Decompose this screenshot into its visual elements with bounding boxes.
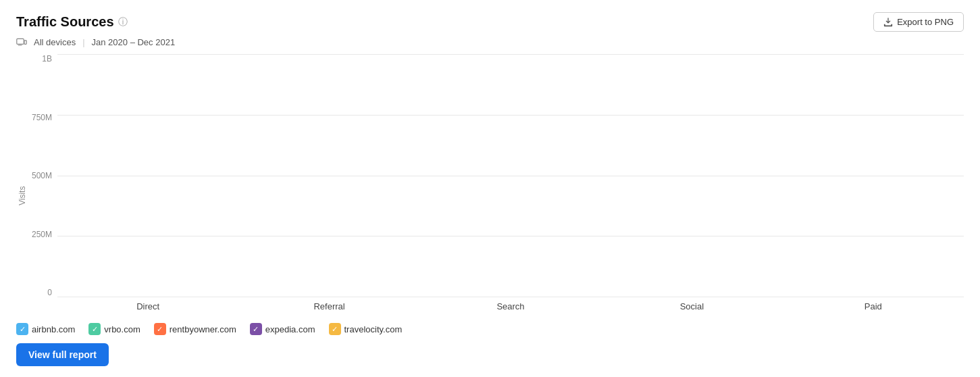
device-label: All devices [34, 37, 76, 47]
subtitle-row: All devices | Jan 2020 – Dec 2021 [16, 37, 964, 47]
x-axis-label: Direct [57, 299, 238, 318]
main-container: Traffic Sources ⓘ Export to PNG All devi… [0, 0, 980, 377]
device-icon [16, 38, 27, 47]
info-icon[interactable]: ⓘ [118, 16, 128, 28]
x-axis-label: Referral [238, 299, 419, 318]
svg-rect-0 [17, 39, 24, 44]
x-labels: DirectReferralSearchSocialPaid [57, 299, 964, 318]
legend-color-check: ✓ [16, 323, 28, 335]
legend-label: travelocity.com [344, 324, 403, 334]
y-axis-label: 1B [42, 54, 52, 64]
legend-item: ✓expedia.com [250, 323, 315, 335]
chart-body: DirectReferralSearchSocialPaid [57, 54, 964, 318]
y-axis-label: 750M [32, 113, 52, 122]
header-row: Traffic Sources ⓘ Export to PNG [16, 12, 964, 32]
export-icon [883, 18, 893, 27]
chart-title: Traffic Sources [16, 14, 114, 30]
view-full-report-button[interactable]: View full report [16, 343, 109, 366]
x-axis-label: Search [420, 299, 601, 318]
export-button[interactable]: Export to PNG [873, 12, 964, 32]
divider: | [82, 37, 84, 47]
y-axis-label: 500M [32, 171, 52, 180]
y-axis-title: Visits [16, 54, 27, 318]
legend-color-check: ✓ [154, 323, 166, 335]
export-label: Export to PNG [897, 17, 954, 27]
y-axis-label: 0 [47, 288, 52, 297]
legend-color-check: ✓ [250, 323, 262, 335]
legend-item: ✓travelocity.com [329, 323, 403, 335]
x-axis-label: Social [601, 299, 782, 318]
legend-item: ✓rentbyowner.com [154, 323, 236, 335]
legend-item: ✓vrbo.com [88, 323, 140, 335]
legend: ✓airbnb.com✓vrbo.com✓rentbyowner.com✓exp… [16, 323, 964, 335]
bars-container: DirectReferralSearchSocialPaid [57, 54, 964, 318]
title-group: Traffic Sources ⓘ [16, 14, 128, 30]
legend-color-check: ✓ [88, 323, 101, 335]
legend-label: airbnb.com [32, 324, 75, 334]
y-axis: 1B750M500M250M0 [27, 54, 57, 318]
svg-rect-1 [24, 40, 26, 44]
legend-label: rentbyowner.com [170, 324, 236, 334]
legend-label: expedia.com [265, 324, 315, 334]
date-range: Jan 2020 – Dec 2021 [92, 37, 176, 47]
y-axis-label: 250M [32, 230, 52, 239]
x-axis-label: Paid [783, 299, 964, 318]
legend-label: vrbo.com [104, 324, 140, 334]
legend-item: ✓airbnb.com [16, 323, 75, 335]
legend-color-check: ✓ [329, 323, 341, 335]
chart-area: Visits 1B750M500M250M0 DirectReferralSea… [16, 54, 964, 318]
